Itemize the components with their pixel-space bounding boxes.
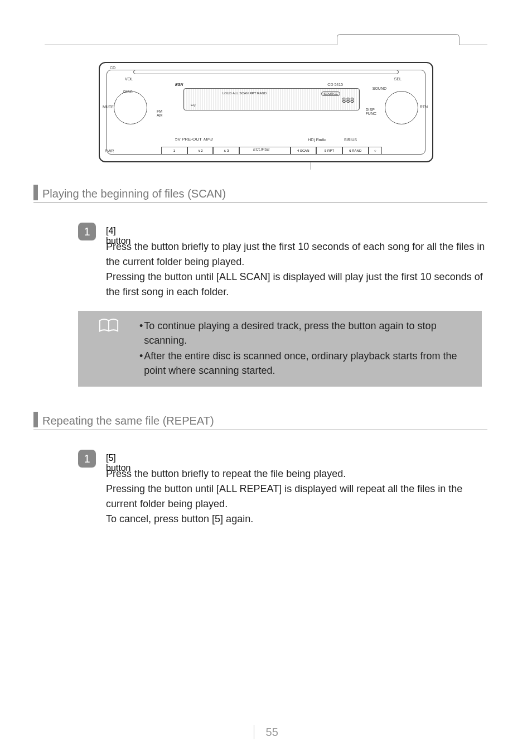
label-eq: EQ bbox=[191, 103, 196, 107]
page-footer: 55 bbox=[0, 725, 532, 739]
label-sirius: SIRIUS bbox=[344, 138, 357, 142]
note-box-scan: •To continue playing a desired track, pr… bbox=[78, 311, 482, 387]
scan-text-1: Press the button briefly to play just th… bbox=[106, 239, 487, 269]
section-title-scan: Playing the beginning of files (SCAN) bbox=[42, 187, 226, 200]
label-model: CD 5415 bbox=[327, 83, 343, 86]
preset-blank bbox=[239, 147, 290, 155]
preset-1: 1 bbox=[161, 147, 187, 155]
label-lcd-indicators: LOUD ALL SCAN RPT RAND bbox=[223, 92, 267, 95]
label-mp3: MP3 bbox=[204, 137, 212, 142]
label-sound: SOUND bbox=[373, 86, 386, 90]
section-scan: Playing the beginning of files (SCAN) 1 … bbox=[45, 185, 487, 387]
preset-5-rpt: 5 RPT bbox=[316, 147, 342, 155]
page-number: 55 bbox=[266, 726, 278, 738]
label-5v-preout: 5V PRE-OUT bbox=[175, 137, 202, 142]
callout-line bbox=[311, 162, 311, 170]
label-disc: DISC bbox=[123, 90, 133, 94]
label-esn: ESN bbox=[175, 83, 183, 86]
preset-6-rand: 6 RAND bbox=[342, 147, 369, 155]
repeat-text-3: To cancel, press button [5] again. bbox=[106, 512, 487, 527]
repeat-text-2: Pressing the button until [ALL REPEAT] i… bbox=[106, 481, 487, 512]
label-disp-func: DISP FUNC bbox=[366, 108, 376, 115]
repeat-text-1: Press the button briefly to repeat the f… bbox=[106, 466, 487, 481]
step-number-1: 1 bbox=[78, 450, 96, 468]
label-fm-am: FM AM bbox=[157, 109, 163, 117]
header-rule bbox=[45, 45, 487, 45]
section-bar-icon bbox=[33, 185, 38, 200]
step-number-1: 1 bbox=[78, 223, 96, 240]
label-display-888: 888 bbox=[342, 97, 354, 104]
scan-note-1: To continue playing a desired track, pre… bbox=[144, 319, 474, 348]
label-cd: CD bbox=[110, 66, 115, 70]
section-repeat: Repeating the same file (REPEAT) 1 [5] b… bbox=[45, 412, 487, 527]
scan-text-2: Pressing the button until [ALL SCAN] is … bbox=[106, 269, 487, 300]
label-source: SOURCE bbox=[321, 92, 340, 96]
section-bar-icon bbox=[33, 412, 38, 427]
preset-4-scan: 4 SCAN bbox=[291, 147, 317, 155]
label-sel: SEL bbox=[394, 77, 402, 81]
label-rtn: RTN bbox=[420, 105, 428, 109]
label-pwr: PWR bbox=[105, 149, 114, 153]
preset-3: ∧ 3 bbox=[213, 147, 239, 155]
car-stereo-diagram: CD VOL SEL SOUND MUTE DISC FM AM DISP FU… bbox=[99, 62, 433, 162]
header-tab bbox=[337, 34, 460, 45]
preset-2: ∨ 2 bbox=[187, 147, 214, 155]
preset-button-row: 1 ∨ 2 ∧ 3 4 SCAN 5 RPT 6 RAND ○ bbox=[161, 147, 382, 155]
section-title-repeat: Repeating the same file (REPEAT) bbox=[42, 415, 214, 427]
label-vol: VOL bbox=[125, 77, 133, 81]
label-hd-radio: HD) Radio bbox=[308, 138, 326, 142]
book-icon bbox=[98, 317, 119, 334]
label-mute: MUTE bbox=[103, 105, 114, 109]
scan-note-2: After the entire disc is scanned once, o… bbox=[144, 349, 474, 378]
preset-circle: ○ bbox=[369, 147, 382, 155]
